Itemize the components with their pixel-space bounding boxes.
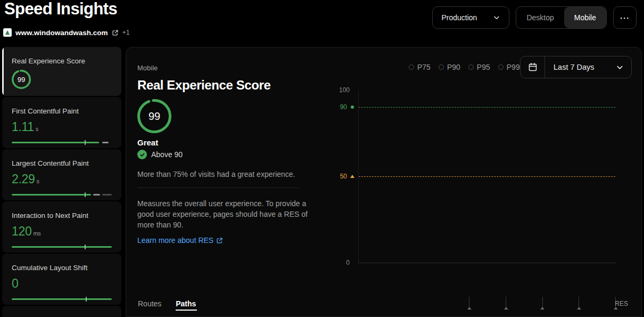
radio-icon [498,64,503,70]
reference-triangle-icon [350,175,354,178]
deployment-marker-icon [540,307,544,310]
date-range-picker[interactable]: Last 7 Days [520,56,632,78]
metric-label: First Contentful Paint [12,107,112,115]
sidebar-metric-card[interactable] [2,306,121,317]
metric-unit: s [37,178,39,184]
bar-segment [102,142,109,143]
chevron-down-icon [616,63,631,71]
metric-range-bar [12,192,112,197]
radio-icon [468,64,474,70]
metric-value: 1.11s [12,120,112,134]
bar-segment [12,298,112,300]
metric-label: Real Experience Score [12,57,112,65]
site-selector[interactable]: www.windowandwash.com +1 [3,28,130,37]
device-toggle-mobile[interactable]: Mobile [564,7,606,28]
radio-icon [409,64,414,70]
table-column-res: RES [615,300,628,307]
metric-range-bar [12,140,112,145]
threshold-label: Above 90 [151,150,183,159]
reference-dot-icon [351,105,354,109]
metric-value: 0 [12,277,112,291]
bar-value-tick [85,140,86,145]
description-text: Measures the overall user experience. To… [137,198,315,230]
metric-label: Interaction to Next Paint [12,212,112,220]
site-extra-count[interactable]: +1 [122,29,130,36]
metrics-sidebar: Real Experience Score 99First Contentful… [2,47,121,317]
metric-range-bar [12,297,112,302]
y-axis-tick: 50 [326,173,347,180]
percentile-label: P75 [417,63,431,71]
chevron-down-icon [493,14,500,21]
y-axis-tick: 0 [326,259,350,266]
threshold-row: Above 90 [137,150,183,159]
bar-value-tick [86,297,87,302]
bar-segment [102,194,112,196]
metric-unit: s [36,126,38,132]
active-tab-underline [176,310,197,311]
sidebar-metric-card[interactable]: Real Experience Score 99 [2,47,121,96]
external-link-icon [112,29,119,36]
score-ring: 99 [137,99,171,133]
learn-more-link[interactable]: Learn more about RES [137,236,223,245]
percentile-label: P99 [507,63,520,71]
metric-value: 120ms [12,224,112,239]
metric-label: Largest Contentful Paint [12,159,112,167]
sidebar-metric-card[interactable]: First Contentful Paint1.11s [2,97,121,148]
percentile-label: P95 [477,63,490,71]
header-controls: Production DesktopMobile ⋯ [432,6,637,29]
metric-unit: ms [33,230,40,237]
tab-paths[interactable]: Paths [176,299,196,308]
environment-dropdown[interactable]: Production [432,6,509,29]
page-title: Speed Insights [4,0,117,20]
date-range-label: Last 7 Days [545,63,616,71]
percentile-option-p95[interactable]: P95 [468,63,490,71]
summary-text: More than 75% of visits had a great expe… [137,170,295,178]
radio-icon [439,64,444,70]
percentile-options: P75 P90 P95 P99 [409,63,520,71]
y-axis-tick: 90 [326,103,347,111]
metric-value: 2.29s [12,172,112,186]
percentile-option-p90[interactable]: P90 [439,63,460,71]
divider [137,188,299,188]
deployment-marker-icon [467,307,472,310]
percentile-option-p75[interactable]: P75 [409,63,431,71]
deployment-marker-icon [504,307,508,310]
percentile-option-p99[interactable]: P99 [498,63,520,71]
bar-segment [93,194,100,196]
main-panel: Mobile Real Experience Score 99 Great Ab… [126,47,642,317]
learn-more-label: Learn more about RES [137,236,213,245]
metric-range-bar [12,245,112,249]
environment-label: Production [441,13,477,22]
y-axis-tick: 100 [326,86,350,94]
site-domain: www.windowandwash.com [15,29,108,37]
chart-x-axis [358,263,616,263]
score-ring: 99 [12,70,31,89]
more-options-button[interactable]: ⋯ [613,6,637,29]
sidebar-metric-card[interactable]: Cumulative Layout Shift0 [2,254,121,305]
reference-line-50 [359,176,615,177]
bar-value-tick [85,192,86,197]
device-label: Mobile [137,64,158,72]
bar-segment [12,246,112,248]
bar-value-tick [85,245,86,249]
bar-segment [12,194,91,196]
tab-routes[interactable]: Routes [138,299,161,308]
external-link-icon [216,237,223,244]
score-value: 99 [137,99,171,133]
calendar-icon[interactable] [521,56,544,78]
deployment-marker-icon [577,307,581,310]
metric-label: Cumulative Layout Shift [12,264,112,272]
device-toggle: DesktopMobile [516,6,607,29]
sidebar-metric-card[interactable]: Largest Contentful Paint2.29s [2,149,121,200]
check-icon [137,150,147,159]
reference-line-90 [359,107,615,108]
rating-label: Great [137,138,158,147]
site-favicon [3,28,12,37]
sidebar-metric-card[interactable]: Interaction to Next Paint120ms [2,201,121,253]
metric-title: Real Experience Score [137,78,270,93]
score-value: 99 [12,70,31,89]
device-toggle-desktop[interactable]: Desktop [516,7,564,28]
percentile-label: P90 [447,63,460,71]
